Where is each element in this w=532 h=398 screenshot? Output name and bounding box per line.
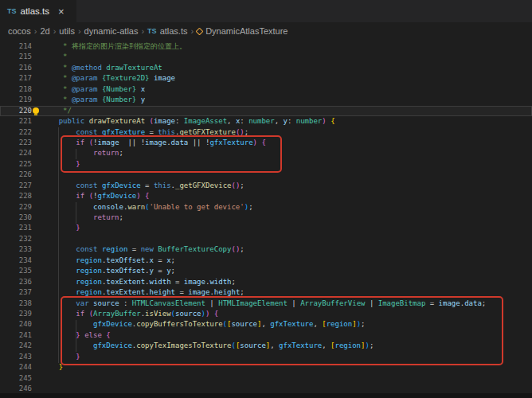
code-line[interactable]: 223 if (!image || !image.data || !gfxTex… <box>0 138 532 148</box>
line-number[interactable]: 222 <box>0 127 32 138</box>
line-number[interactable]: 238 <box>0 298 32 309</box>
code-line[interactable]: 235 region.texOffset.y = y; <box>0 266 532 276</box>
breadcrumb-item-file[interactable]: TS atlas.ts <box>147 26 187 36</box>
code-line[interactable]: 217 * @param {Texture2D} image <box>0 73 532 84</box>
chevron-right-icon: › <box>78 26 81 36</box>
breadcrumb-item-dynamic-atlas[interactable]: dynamic-atlas <box>84 26 139 36</box>
line-number[interactable]: 231 <box>0 223 32 233</box>
line-number[interactable]: 241 <box>0 330 32 341</box>
code-line[interactable]: 218 * @param {Number} x <box>0 84 532 95</box>
tab-atlas-ts[interactable]: TS atlas.ts × <box>0 0 76 22</box>
code-line[interactable]: 221 public drawTextureAt (image: ImageAs… <box>0 116 532 127</box>
lightbulb-icon[interactable] <box>33 107 39 114</box>
code-line[interactable]: 215 * <box>0 52 532 62</box>
line-number[interactable]: 237 <box>0 287 32 298</box>
code-text: } <box>41 362 63 373</box>
breadcrumb-item-class[interactable]: DynamicAtlasTexture <box>197 26 288 36</box>
code-line[interactable]: 236 region.texExtent.width = image.width… <box>0 277 532 287</box>
code-text: } else { <box>41 330 111 341</box>
line-number[interactable]: 220 <box>0 106 32 116</box>
close-tab-icon[interactable]: × <box>58 6 65 17</box>
code-line[interactable]: 233 const region = new BufferTextureCopy… <box>0 244 532 255</box>
code-line[interactable]: 219 * @param {Number} y <box>0 95 532 105</box>
line-number[interactable]: 242 <box>0 341 32 351</box>
code-text: if (ArrayBuffer.isView(source)) { <box>41 309 218 319</box>
code-text: const gfxTexture = this.getGFXTexture(); <box>41 127 248 138</box>
code-line[interactable]: 246 <box>0 384 532 393</box>
code-line[interactable]: 231 } <box>0 223 532 233</box>
code-text: return; <box>41 148 123 158</box>
code-text: if (!image || !image.data || !gfxTexture… <box>41 138 266 148</box>
code-line[interactable]: 239 if (ArrayBuffer.isView(source)) { <box>0 309 532 319</box>
line-number[interactable]: 244 <box>0 362 32 373</box>
line-number[interactable]: 234 <box>0 256 32 266</box>
code-text: * @param {Number} x <box>41 84 145 95</box>
line-number[interactable]: 243 <box>0 352 32 362</box>
code-text: */ <box>41 106 72 116</box>
line-number[interactable]: 232 <box>0 234 32 244</box>
code-line[interactable]: 227 const gfxDevice = this._getGFXDevice… <box>0 181 532 191</box>
code-line[interactable]: 245 <box>0 373 532 384</box>
code-text: * @method drawTextureAt <box>41 63 162 73</box>
code-text: region.texOffset.y = y; <box>41 266 175 276</box>
code-line[interactable]: 238 var source : HTMLCanvasElement | HTM… <box>0 298 532 309</box>
line-number[interactable]: 233 <box>0 244 32 255</box>
line-number[interactable]: 230 <box>0 213 32 223</box>
line-number[interactable]: 216 <box>0 63 32 73</box>
typescript-file-icon: TS <box>7 7 17 15</box>
code-line[interactable]: 224 return; <box>0 148 532 158</box>
code-line[interactable]: 216 * @method drawTextureAt <box>0 63 532 73</box>
line-number[interactable]: 236 <box>0 277 32 287</box>
code-line[interactable]: 230 return; <box>0 213 532 223</box>
line-number[interactable]: 246 <box>0 384 32 393</box>
code-line[interactable]: 225 } <box>0 159 532 170</box>
code-line[interactable]: 228 if (!gfxDevice) { <box>0 191 532 201</box>
line-number[interactable]: 218 <box>0 84 32 95</box>
line-number[interactable]: 217 <box>0 73 32 84</box>
typescript-file-icon: TS <box>147 27 157 35</box>
line-number[interactable]: 214 <box>0 41 32 52</box>
code-text: const gfxDevice = this._getGFXDevice(); <box>41 181 244 191</box>
code-line[interactable]: 244 } <box>0 362 532 373</box>
line-number[interactable]: 245 <box>0 373 32 384</box>
line-number[interactable]: 227 <box>0 181 32 191</box>
code-text: region.texExtent.width = image.width; <box>41 277 236 287</box>
line-number[interactable]: 215 <box>0 52 32 62</box>
code-line[interactable]: 229 console.warn('Unable to get device')… <box>0 202 532 213</box>
line-number[interactable]: 229 <box>0 202 32 213</box>
line-number[interactable]: 225 <box>0 159 32 170</box>
breadcrumb-item-cocos[interactable]: cocos <box>8 26 31 36</box>
code-text: } <box>41 159 80 170</box>
line-number[interactable]: 240 <box>0 319 32 330</box>
code-line[interactable]: 237 region.texExtent.height = image.heig… <box>0 287 532 298</box>
code-line[interactable]: 241 } else { <box>0 330 532 341</box>
code-line[interactable]: 240 gfxDevice.copyBuffersToTexture([sour… <box>0 319 532 330</box>
line-number[interactable]: 235 <box>0 266 32 276</box>
line-number[interactable]: 219 <box>0 95 32 105</box>
code-text: * @param {Number} y <box>41 95 145 105</box>
code-text: region.texExtent.height = image.height; <box>41 287 244 298</box>
breadcrumb-item-2d[interactable]: 2d <box>40 26 49 36</box>
code-line[interactable]: 220 */ <box>0 106 532 116</box>
chevron-right-icon: › <box>34 26 37 36</box>
code-line[interactable]: 232 <box>0 234 532 244</box>
code-text: var source : HTMLCanvasElement | HTMLIma… <box>41 298 486 309</box>
code-text: gfxDevice.copyTexImagesToTexture([source… <box>41 341 374 351</box>
code-line[interactable]: 243 } <box>0 352 532 362</box>
breadcrumb-item-utils[interactable]: utils <box>59 26 75 36</box>
line-number[interactable]: 226 <box>0 170 32 180</box>
line-number[interactable]: 228 <box>0 191 32 201</box>
line-number[interactable]: 221 <box>0 116 32 127</box>
code-editor[interactable]: 214 * 将指定的图片渲染到指定的位置上。215 *216 * @method… <box>0 40 532 393</box>
code-text: gfxDevice.copyBuffersToTexture([source],… <box>41 319 365 330</box>
line-number[interactable]: 224 <box>0 148 32 158</box>
chevron-right-icon: › <box>190 26 194 36</box>
code-text: } <box>41 223 80 233</box>
code-line[interactable]: 226 <box>0 170 532 180</box>
code-line[interactable]: 222 const gfxTexture = this.getGFXTextur… <box>0 127 532 138</box>
line-number[interactable]: 239 <box>0 309 32 319</box>
line-number[interactable]: 223 <box>0 138 32 148</box>
code-line[interactable]: 242 gfxDevice.copyTexImagesToTexture([so… <box>0 341 532 351</box>
code-line[interactable]: 214 * 将指定的图片渲染到指定的位置上。 <box>0 41 532 52</box>
code-line[interactable]: 234 region.texOffset.x = x; <box>0 256 532 266</box>
